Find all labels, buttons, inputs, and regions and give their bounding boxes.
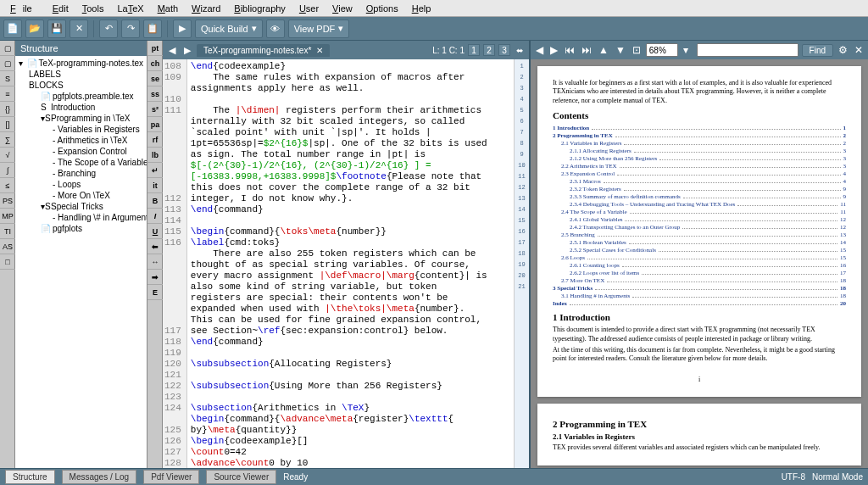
pdf-up-button[interactable]: ▲ <box>597 44 610 56</box>
tree-blocks[interactable]: BLOCKS <box>17 80 145 91</box>
menu-file[interactable]: File <box>3 2 46 15</box>
menu-edit[interactable]: Edit <box>46 2 75 15</box>
tree-item[interactable]: - Branching <box>17 168 145 179</box>
structure-tree[interactable]: ▾📄 TeX-programming-notes.tex LABELS BLOC… <box>15 56 147 468</box>
mid-chapter[interactable]: ch <box>147 56 163 71</box>
mid-ref[interactable]: rf <box>147 132 163 148</box>
save-button[interactable]: 💾 <box>47 20 66 38</box>
code-editor[interactable]: 1081091101111121131141151161171181191201… <box>163 59 529 468</box>
mid-subsection[interactable]: ss <box>147 86 163 102</box>
left-tool-4[interactable]: ≡ <box>0 86 15 102</box>
zoom-input[interactable] <box>646 43 678 57</box>
view-1-button[interactable]: 1 <box>468 44 480 56</box>
tree-item[interactable]: - The Scope of a Variable <box>17 157 145 168</box>
pdf-prev-button[interactable]: ◀ <box>534 44 545 56</box>
tree-item[interactable]: S Introduction <box>17 102 145 113</box>
zoom-dropdown-icon[interactable]: ▾ <box>682 44 690 56</box>
mid-env[interactable]: E <box>147 285 163 300</box>
pdf-last-button[interactable]: ⏭ <box>580 44 593 56</box>
mid-subsubsection[interactable]: s² <box>147 102 163 117</box>
tree-item[interactable]: - Handling \# in Arguments <box>17 212 145 223</box>
pdf-menu-button[interactable]: ⚙ <box>837 44 849 56</box>
tree-labels[interactable]: LABELS <box>17 69 145 80</box>
tree-item[interactable]: 📄 pgfplots.preamble.tex <box>17 91 145 102</box>
tree-item[interactable]: - More On \TeX <box>17 190 145 201</box>
left-tool-13[interactable]: TI <box>0 224 15 239</box>
tree-item[interactable]: 📄 pgfplots <box>17 223 145 234</box>
code-content[interactable]: \end{codeexample} The same rules with ex… <box>187 59 514 468</box>
tree-root[interactable]: ▾📄 TeX-programming-notes.tex <box>17 58 145 69</box>
pdf-first-button[interactable]: ⏮ <box>563 44 576 56</box>
open-file-button[interactable]: 📂 <box>25 20 44 38</box>
menu-math[interactable]: Math <box>151 2 185 15</box>
find-input[interactable] <box>697 43 798 57</box>
pdf-close-button[interactable]: ✕ <box>853 44 865 56</box>
next-tab-button[interactable]: ▶ <box>181 45 193 56</box>
find-button[interactable]: Find <box>802 44 833 57</box>
menu-options[interactable]: Options <box>359 2 405 15</box>
status-tab-messages[interactable]: Messages / Log <box>62 470 137 484</box>
mid-newline[interactable]: ↵ <box>147 163 163 178</box>
mid-left[interactable]: ⬅ <box>147 239 163 254</box>
left-tool-9[interactable]: ∫ <box>0 163 15 178</box>
pdf-page-area[interactable]: It is valuable for beginners as a first … <box>531 59 868 468</box>
view-button[interactable]: 👁 <box>266 20 285 38</box>
left-tool-15[interactable]: □ <box>0 254 15 270</box>
prev-tab-button[interactable]: ◀ <box>166 45 178 56</box>
minimap[interactable]: 123456789101112131415161718192021 <box>514 59 529 468</box>
menu-view[interactable]: View <box>326 2 359 15</box>
close-tab-button[interactable]: ✕ <box>316 46 323 55</box>
viewpdf-dropdown[interactable]: View PDF▾ <box>288 20 350 38</box>
left-tool-2[interactable]: ▢ <box>0 56 15 71</box>
menu-wizard[interactable]: Wizard <box>185 2 227 15</box>
split-button[interactable]: ⬌ <box>514 46 526 55</box>
pdf-down-button[interactable]: ▼ <box>614 44 627 56</box>
status-tab-pdfviewer[interactable]: Pdf Viewer <box>143 470 199 484</box>
mid-right[interactable]: ➡ <box>147 270 163 285</box>
mid-part[interactable]: pt <box>147 41 163 56</box>
quickbuild-dropdown[interactable]: Quick Build▾ <box>195 20 263 38</box>
status-tab-structure[interactable]: Structure <box>5 470 55 484</box>
undo-button[interactable]: ↶ <box>99 20 118 38</box>
menu-latex[interactable]: LaTeX <box>110 2 150 15</box>
left-tool-5[interactable]: {} <box>0 102 15 117</box>
tree-item[interactable]: - Expansion Control <box>17 146 145 157</box>
left-tool-8[interactable]: √ <box>0 148 15 163</box>
pdf-fit-button[interactable]: ⊡ <box>631 44 643 56</box>
tree-item[interactable]: ▾S Programming in \TeX <box>17 113 145 124</box>
left-tool-3[interactable]: S <box>0 71 15 86</box>
tree-item[interactable]: - Arithmetics in \TeX <box>17 135 145 146</box>
mid-label[interactable]: lb <box>147 148 163 163</box>
menu-bibliography[interactable]: Bibliography <box>227 2 292 15</box>
pdf-next-button[interactable]: ▶ <box>548 44 559 56</box>
mid-paragraph[interactable]: pa <box>147 117 163 132</box>
view-2-button[interactable]: 2 <box>483 44 495 56</box>
left-tool-1[interactable]: ▢ <box>0 41 15 56</box>
left-tool-14[interactable]: AS <box>0 239 15 254</box>
menu-user[interactable]: User <box>292 2 326 15</box>
mid-underline[interactable]: U <box>147 224 163 239</box>
left-tool-7[interactable]: ∑ <box>0 132 15 148</box>
document-tab[interactable]: TeX-programming-notes.tex* ✕ <box>197 44 330 57</box>
mid-item[interactable]: it <box>147 178 163 193</box>
status-tab-sourceviewer[interactable]: Source Viewer <box>206 470 276 484</box>
left-tool-6[interactable]: [] <box>0 117 15 132</box>
mid-italic[interactable]: I <box>147 209 163 224</box>
mid-bold[interactable]: B <box>147 193 163 209</box>
new-file-button[interactable]: 📄 <box>3 20 22 38</box>
copy-button[interactable]: 📋 <box>143 20 162 38</box>
left-tool-10[interactable]: ≤ <box>0 178 15 193</box>
left-tool-11[interactable]: PS <box>0 193 15 209</box>
menu-tools[interactable]: Tools <box>75 2 111 15</box>
tree-item[interactable]: - Variables in Registers <box>17 124 145 135</box>
build-button[interactable]: ▶ <box>173 20 192 38</box>
mid-section[interactable]: se <box>147 71 163 86</box>
left-tool-12[interactable]: MP <box>0 209 15 224</box>
menu-help[interactable]: Help <box>405 2 438 15</box>
mid-center[interactable]: ↔ <box>147 254 163 270</box>
redo-button[interactable]: ↷ <box>121 20 140 38</box>
view-3-button[interactable]: 3 <box>498 44 510 56</box>
close-button[interactable]: ✕ <box>70 20 88 38</box>
tree-item[interactable]: ▾S Special Tricks <box>17 201 145 212</box>
tree-item[interactable]: - Loops <box>17 179 145 190</box>
